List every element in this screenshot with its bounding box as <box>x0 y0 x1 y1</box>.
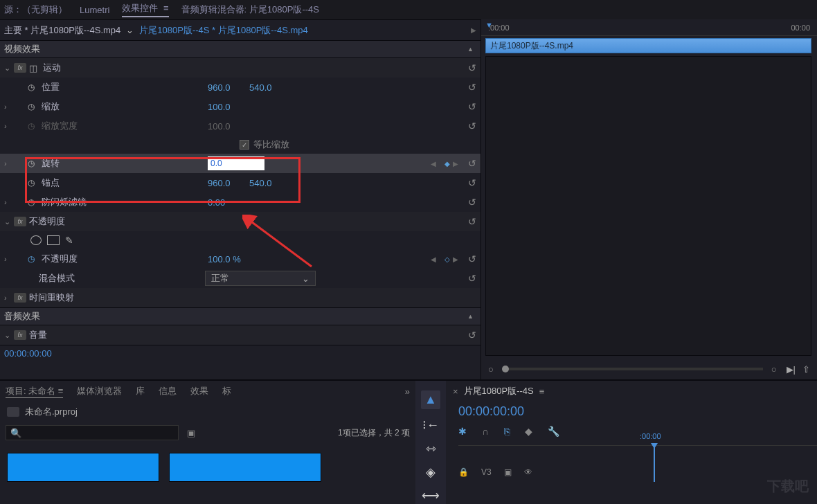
magnet-icon[interactable]: ∩ <box>482 426 489 437</box>
breadcrumb-sub[interactable]: 片尾1080P版--4S * 片尾1080P版--4S.mp4 <box>139 24 307 37</box>
track-lock-icon[interactable]: 🔒 <box>458 467 469 477</box>
stopwatch-scale-icon[interactable]: ◷ <box>28 102 39 111</box>
export-icon[interactable]: ⇧ <box>802 364 810 375</box>
opacity-add-kf-icon[interactable]: ◇ <box>445 255 450 263</box>
sequence-timecode[interactable]: 00:00:00:00 <box>446 402 817 422</box>
reset-rotation-icon[interactable]: ↺ <box>468 158 476 169</box>
snap-icon[interactable]: ✱ <box>458 426 467 437</box>
panel-menu2-icon[interactable]: ≡ <box>58 386 64 396</box>
ripple-tool-icon[interactable]: ⇿ <box>426 441 436 456</box>
reset-opacity-icon[interactable]: ↺ <box>468 253 476 264</box>
play-arrow-icon[interactable]: ▶ <box>471 26 476 34</box>
marker-icon[interactable]: ◆ <box>525 426 532 437</box>
settings-icon[interactable]: 🔧 <box>548 426 559 437</box>
fx-opacity-icon[interactable]: fx <box>14 217 26 226</box>
position-y-value[interactable]: 540.0 <box>249 82 291 93</box>
breadcrumb-dropdown-icon[interactable]: ⌄ <box>126 25 134 35</box>
tab-info[interactable]: 信息 <box>159 385 177 397</box>
tab-libraries[interactable]: 库 <box>136 385 145 397</box>
fx-timeremap-icon[interactable]: fx <box>14 293 26 303</box>
razor-tool-icon[interactable]: ◈ <box>426 465 436 480</box>
zoom-in-handle[interactable]: ○ <box>771 364 777 375</box>
scale-value[interactable]: 100.0 <box>208 102 249 112</box>
tab-lumetri[interactable]: Lumetri <box>80 5 109 15</box>
track-select-tool-icon[interactable]: ⁝← <box>422 417 439 433</box>
slip-tool-icon[interactable]: ⟷ <box>422 488 440 503</box>
fx-volume-icon[interactable]: fx <box>14 330 26 340</box>
panel-menu-icon[interactable]: ≡ <box>163 3 169 13</box>
reset-position-icon[interactable]: ↺ <box>468 82 476 93</box>
reset-motion-icon[interactable]: ↺ <box>468 62 476 73</box>
opacity-value[interactable]: 100.0 % <box>208 254 249 264</box>
tab-media-browser[interactable]: 媒体浏览器 <box>77 385 122 397</box>
track-toggle-icon[interactable]: ▣ <box>504 467 512 477</box>
seq-playhead-line[interactable] <box>654 447 655 482</box>
rect-mask-icon[interactable] <box>47 235 60 245</box>
sequence-name[interactable]: 片尾1080P版--4S <box>464 385 534 397</box>
prev-keyframe-icon[interactable]: ◀ <box>431 160 436 168</box>
rotation-input[interactable] <box>208 156 264 170</box>
ellipse-mask-icon[interactable] <box>30 235 42 245</box>
blend-mode-select[interactable]: 正常 ⌄ <box>205 271 316 286</box>
stopwatch-flicker-icon[interactable]: ◷ <box>28 197 39 207</box>
tab-project[interactable]: 项目: 未命名 ≡ <box>6 385 63 398</box>
pen-mask-icon[interactable]: ✎ <box>65 235 73 246</box>
expand-scale-icon[interactable]: › <box>4 102 14 111</box>
stopwatch-position-icon[interactable]: ◷ <box>28 82 39 92</box>
expand-flicker-icon[interactable]: › <box>4 198 14 206</box>
add-keyframe-icon[interactable]: ◆ <box>445 160 450 168</box>
zoom-out-handle[interactable]: ○ <box>488 364 494 375</box>
stopwatch-anchor-icon[interactable]: ◷ <box>28 178 39 188</box>
clip-bar[interactable]: 片尾1080P版--4S.mp4 <box>485 38 811 53</box>
reset-blend-icon[interactable]: ↺ <box>468 273 476 284</box>
effect-timeline-body[interactable] <box>485 56 811 356</box>
collapse-arrow-icon[interactable]: ▲ <box>467 46 474 53</box>
reset-volume-icon[interactable]: ↺ <box>468 330 476 341</box>
reset-scalew-icon[interactable]: ↺ <box>468 120 476 132</box>
stopwatch-opacity-icon[interactable]: ◷ <box>28 254 39 264</box>
tab-effect-controls[interactable]: 效果控件 ≡ <box>122 2 168 17</box>
audio-collapse-icon[interactable]: ▲ <box>467 313 474 320</box>
selection-tool-icon[interactable]: ▲ <box>421 390 440 409</box>
effect-timecode[interactable]: 00:00:00:00 <box>0 345 481 361</box>
track-visibility-icon[interactable]: 👁 <box>524 467 532 477</box>
next-keyframe-icon[interactable]: ▶ <box>453 160 458 168</box>
expand-opacity-icon[interactable]: ⌄ <box>4 217 14 226</box>
fx-badge-icon[interactable]: fx <box>14 63 26 73</box>
anchor-x-value[interactable]: 960.0 <box>208 178 249 188</box>
tab-effects[interactable]: 效果 <box>190 385 208 397</box>
tab-source[interactable]: 源：（无剪辑） <box>4 3 67 16</box>
zoom-slider[interactable] <box>502 368 763 370</box>
reset-scale-icon[interactable]: ↺ <box>468 101 476 112</box>
media-thumbnail[interactable] <box>7 453 159 482</box>
reset-flicker-icon[interactable]: ↺ <box>468 197 476 208</box>
new-bin-icon[interactable]: ▣ <box>187 428 195 438</box>
expand-motion-icon[interactable]: ⌄ <box>4 64 14 73</box>
tab-audio-mixer[interactable]: 音频剪辑混合器: 片尾1080P版--4S <box>181 3 319 16</box>
position-x-value[interactable]: 960.0 <box>208 82 249 93</box>
linked-selection-icon[interactable]: ⎘ <box>504 426 510 437</box>
reset-opacity-group-icon[interactable]: ↺ <box>468 216 476 227</box>
playhead-icon[interactable]: ▼ <box>485 21 493 29</box>
stopwatch-rotation-icon[interactable]: ◷ <box>28 159 39 168</box>
sequence-ruler[interactable]: :00:00 <box>458 445 817 465</box>
project-search-input[interactable]: 🔍 <box>6 425 179 440</box>
breadcrumb-main[interactable]: 主要 * 片尾1080P版--4S.mp4 <box>4 24 120 37</box>
uniform-scale-checkbox[interactable]: ✓ <box>240 140 249 150</box>
opacity-prev-kf-icon[interactable]: ◀ <box>431 255 436 263</box>
track-label[interactable]: V3 <box>481 467 492 477</box>
anchor-y-value[interactable]: 540.0 <box>249 178 291 188</box>
expand-timeremap-icon[interactable]: › <box>4 294 14 302</box>
panel-menu3-icon[interactable]: ≡ <box>539 386 545 397</box>
expand-rotation-icon[interactable]: › <box>4 159 14 168</box>
expand-scalew-icon[interactable]: › <box>4 122 14 130</box>
reset-anchor-icon[interactable]: ↺ <box>468 177 476 188</box>
opacity-next-kf-icon[interactable]: ▶ <box>453 255 458 263</box>
direct-manip-icon[interactable]: ◫ <box>29 63 40 73</box>
loop-icon[interactable]: ▶| <box>787 364 796 375</box>
anti-flicker-value[interactable]: 0.00 <box>208 197 249 208</box>
tab-markers[interactable]: 标 <box>222 385 231 397</box>
expand-volume-icon[interactable]: ⌄ <box>4 331 14 340</box>
tabs-overflow-icon[interactable]: » <box>405 386 410 397</box>
expand-opacity-val-icon[interactable]: › <box>4 255 14 263</box>
